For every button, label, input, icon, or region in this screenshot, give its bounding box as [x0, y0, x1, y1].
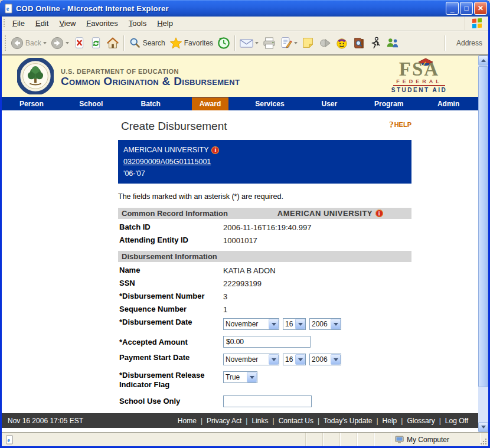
chevron-down-icon[interactable]	[331, 354, 341, 365]
search-button[interactable]: Search	[127, 35, 167, 50]
scrollbar-thumb[interactable]	[478, 66, 488, 387]
aol-running-man-icon	[370, 37, 381, 50]
footer-help[interactable]: Help	[378, 417, 401, 425]
back-button[interactable]: Back	[9, 35, 48, 51]
nav-program[interactable]: Program	[367, 97, 411, 110]
chevron-down-icon[interactable]	[269, 354, 279, 365]
menu-help[interactable]: Help	[152, 17, 178, 30]
msn-messenger-button[interactable]	[384, 35, 401, 51]
disbursement-day-select[interactable]: 16	[283, 318, 306, 330]
name-row: Name KATIA B ADON	[118, 266, 411, 276]
footer-spacer	[2, 428, 478, 432]
nav-admin[interactable]: Admin	[430, 97, 467, 110]
internet-explorer-icon: e	[4, 4, 14, 14]
disbursement-heading: Disbursement Information	[122, 252, 408, 261]
print-icon	[263, 37, 276, 49]
disbursement-year-select[interactable]: 2006	[309, 318, 341, 330]
award-id-link[interactable]: 032090009A05G01115001	[123, 158, 211, 166]
mail-button[interactable]	[238, 36, 260, 50]
footer-home[interactable]: Home	[174, 417, 201, 425]
nav-batch[interactable]: Batch	[133, 97, 168, 110]
notes-button[interactable]	[300, 35, 316, 50]
menu-file[interactable]: File	[7, 17, 30, 30]
payment-year-select[interactable]: 2006	[309, 354, 341, 365]
nav-user[interactable]: User	[313, 97, 345, 110]
edit-button[interactable]	[278, 35, 299, 50]
accepted-amount-row: *Accepted Amount	[118, 335, 411, 348]
menu-tools[interactable]: Tools	[123, 17, 152, 30]
page-title: Create Disbursement	[118, 120, 389, 133]
chevron-down-icon[interactable]	[295, 354, 305, 365]
selected-flag: True	[224, 372, 247, 382]
footer-contact-us[interactable]: Contact Us	[275, 417, 318, 425]
home-button[interactable]	[104, 35, 121, 51]
maximize-button[interactable]: □	[460, 2, 473, 15]
scrollbar-track[interactable]	[478, 66, 488, 422]
vertical-scrollbar[interactable]	[478, 55, 488, 432]
app-name: Common Origination & Disbursement	[61, 75, 384, 88]
up-arrow-icon	[481, 57, 486, 62]
messenger-button[interactable]	[316, 35, 333, 51]
address-label[interactable]: Address	[453, 39, 486, 47]
forward-dropdown-caret[interactable]	[66, 42, 69, 46]
fsa-student-aid: STUDENT AID	[384, 87, 455, 93]
footer-timestamp: Nov 16 2006 17:05 EST	[8, 417, 83, 425]
history-button[interactable]	[215, 35, 232, 51]
scroll-up-button[interactable]	[478, 55, 488, 66]
toolbar-grip	[4, 35, 7, 51]
edit-dropdown-caret[interactable]	[294, 42, 298, 46]
toolbar-separator	[445, 35, 446, 51]
print-button[interactable]	[261, 36, 277, 50]
back-dropdown-caret[interactable]	[43, 42, 47, 46]
accepted-amount-input[interactable]	[223, 336, 311, 348]
selected-day: 16	[283, 319, 295, 329]
chevron-down-icon[interactable]	[269, 319, 279, 329]
close-button[interactable]: ✕	[474, 2, 487, 15]
help-link[interactable]: ? HELP	[389, 121, 411, 129]
home-icon	[106, 37, 119, 50]
chevron-down-icon[interactable]	[331, 319, 341, 329]
info-icon[interactable]: i	[375, 210, 383, 217]
nav-school[interactable]: School	[71, 97, 110, 110]
nav-person[interactable]: Person	[12, 97, 51, 110]
batch-id-label: Batch ID	[118, 223, 223, 232]
chevron-down-icon[interactable]	[295, 319, 305, 329]
refresh-button[interactable]	[88, 35, 104, 50]
footer-log-off[interactable]: Log Off	[441, 417, 472, 425]
accepted-amount-label: *Accepted Amount	[118, 335, 223, 347]
aol-button[interactable]	[368, 35, 383, 51]
footer-todays-update[interactable]: Today's Update	[319, 417, 376, 425]
forward-button[interactable]	[49, 35, 71, 51]
nav-services[interactable]: Services	[247, 97, 292, 110]
footer-glossary[interactable]: Glossary	[403, 417, 439, 425]
disbursement-month-select[interactable]: November	[223, 318, 279, 330]
common-record-heading: Common Record Information	[122, 209, 277, 218]
payment-month-select[interactable]: November	[223, 354, 279, 365]
footer-links[interactable]: Links	[247, 417, 272, 425]
research-button[interactable]	[351, 35, 367, 51]
resize-grip[interactable]	[480, 433, 488, 446]
menu-grip	[3, 18, 6, 28]
minimize-button[interactable]: _	[446, 2, 459, 15]
scroll-down-button[interactable]	[478, 422, 488, 432]
favorites-button[interactable]: Favorites	[168, 35, 215, 51]
payment-start-date-row: Payment Start Date November 16	[118, 353, 411, 365]
school-use-only-input[interactable]	[223, 395, 312, 407]
release-flag-select[interactable]: True	[223, 371, 257, 383]
menu-edit[interactable]: Edit	[30, 17, 54, 30]
footer-privacy-act[interactable]: Privacy Act	[202, 417, 246, 425]
research-book-icon	[352, 37, 365, 50]
chevron-down-icon[interactable]	[247, 372, 257, 382]
stop-button[interactable]	[71, 35, 87, 50]
attending-entity-label: Attending Entity ID	[118, 236, 223, 245]
release-flag-label: *Disbursement Release Indicator Flag	[118, 371, 223, 390]
menu-view[interactable]: View	[54, 17, 81, 30]
search-icon	[129, 37, 141, 49]
info-icon[interactable]: i	[211, 146, 219, 154]
payment-day-select[interactable]: 16	[283, 354, 306, 365]
yahoo-messenger-button[interactable]	[334, 35, 350, 51]
mail-envelope-icon	[240, 37, 253, 49]
menu-favorites[interactable]: Favorites	[81, 17, 123, 30]
mail-dropdown-caret[interactable]	[255, 42, 259, 46]
nav-award[interactable]: Award	[192, 97, 228, 110]
